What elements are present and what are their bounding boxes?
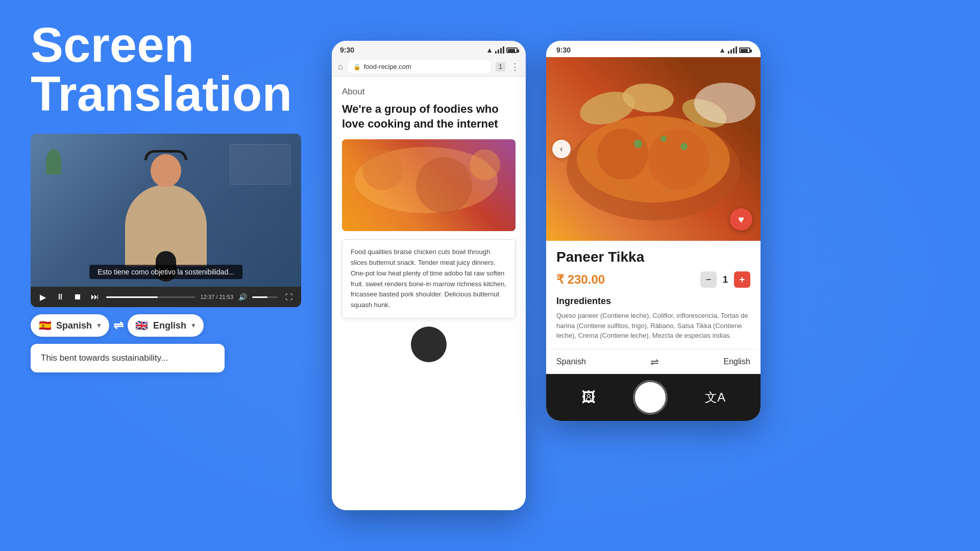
dish-price: ₹ 230.00 bbox=[556, 272, 605, 287]
price-row: ₹ 230.00 − 1 + bbox=[556, 271, 750, 288]
gallery-button[interactable]: 🖼 bbox=[581, 389, 596, 406]
camera-shutter-button[interactable] bbox=[635, 382, 666, 413]
svg-point-1 bbox=[362, 149, 403, 190]
battery-icon bbox=[506, 47, 518, 53]
swap-languages-icon[interactable]: ⇌ bbox=[113, 318, 124, 333]
browser-status-bar: 9:30 ▲ bbox=[332, 41, 526, 57]
app-bottom-translation-bar: Spanish ⇌ English bbox=[546, 349, 761, 374]
tab-count: 1 bbox=[496, 62, 505, 71]
page-title: Screen Translation bbox=[31, 20, 316, 118]
app-battery-icon bbox=[739, 47, 750, 53]
title-area: Screen Translation bbox=[31, 20, 316, 118]
quantity-increase-button[interactable]: + bbox=[734, 271, 750, 288]
svg-point-10 bbox=[680, 143, 688, 150]
phone-browser: 9:30 ▲ ⌂ 🔒 bbox=[332, 41, 526, 510]
volume-bar[interactable] bbox=[252, 296, 278, 298]
bowl-image bbox=[411, 327, 447, 362]
play-button[interactable]: ▶ bbox=[37, 291, 49, 303]
browser-status-time: 9:30 bbox=[340, 46, 354, 54]
app-wifi-icon: ▲ bbox=[719, 46, 726, 54]
target-flag: 🇬🇧 bbox=[135, 318, 149, 333]
phone-app: 9:30 ▲ bbox=[546, 41, 761, 421]
volume-fill bbox=[252, 296, 267, 298]
heart-icon: ♥ bbox=[738, 214, 744, 226]
image-nav-left-button[interactable]: ‹ bbox=[552, 140, 571, 158]
translate-mode-button[interactable]: 文A bbox=[705, 389, 725, 406]
recipe-app-panel: 9:30 ▲ bbox=[546, 41, 761, 421]
browser-status-icons: ▲ bbox=[486, 46, 518, 54]
progress-fill bbox=[106, 296, 158, 298]
signal-bars bbox=[495, 46, 504, 54]
person-headphones bbox=[144, 150, 187, 160]
app-signal-bars bbox=[728, 46, 737, 54]
app-camera-bar: 🖼 文A bbox=[546, 374, 761, 421]
app-swap-icon[interactable]: ⇌ bbox=[650, 356, 659, 368]
browser-menu-button[interactable]: ⋮ bbox=[510, 61, 520, 72]
wifi-icon: ▲ bbox=[486, 46, 493, 54]
video-player: Esto tiene como objetivo la sostenibilid… bbox=[31, 134, 301, 307]
fullscreen-button[interactable]: ⛶ bbox=[283, 291, 295, 303]
url-text: food-recipe.com bbox=[364, 63, 411, 70]
about-label: About bbox=[342, 87, 516, 97]
target-language-label: English bbox=[153, 320, 186, 331]
app-content: Paneer Tikka ₹ 230.00 − 1 + bbox=[546, 241, 761, 349]
quantity-control: − 1 + bbox=[700, 271, 750, 288]
video-subtitle: Esto tiene como objetivo la sostenibilid… bbox=[89, 265, 242, 279]
volume-icon: 🔊 bbox=[238, 293, 247, 301]
person-head bbox=[151, 154, 181, 187]
translation-text: This bent towards sustainability... bbox=[41, 353, 168, 363]
browser-panel: 9:30 ▲ ⌂ 🔒 bbox=[332, 41, 526, 510]
svg-point-14 bbox=[694, 83, 755, 123]
quantity-decrease-button[interactable]: − bbox=[700, 271, 717, 288]
browser-address-bar: ⌂ 🔒 food-recipe.com 1 ⋮ bbox=[332, 57, 526, 77]
source-language-dropdown[interactable]: 🇪🇸 Spanish ▼ bbox=[31, 314, 109, 337]
address-field[interactable]: 🔒 food-recipe.com bbox=[348, 60, 491, 73]
target-language-dropdown[interactable]: 🇬🇧 English ▼ bbox=[128, 314, 204, 337]
ingredients-section: Ingredientes Queso paneer (Contiene lech… bbox=[556, 296, 750, 341]
video-controls: ▶ ⏸ ⏹ ⏭ 12:37 / 21:53 🔊 ⛶ bbox=[31, 287, 301, 307]
svg-point-6 bbox=[597, 129, 648, 180]
lock-icon: 🔒 bbox=[353, 63, 361, 70]
app-status-time: 9:30 bbox=[556, 46, 571, 54]
progress-bar[interactable] bbox=[106, 296, 195, 298]
browser-content: About We're a group of foodies who love … bbox=[332, 77, 526, 510]
dish-hero-image: ‹ ♥ bbox=[546, 57, 761, 241]
app-status-icons: ▲ bbox=[719, 46, 750, 54]
food-recipe-image bbox=[342, 139, 516, 231]
source-flag: 🇪🇸 bbox=[38, 318, 52, 333]
minus-icon: − bbox=[706, 274, 712, 285]
home-icon[interactable]: ⌂ bbox=[338, 62, 343, 71]
svg-point-9 bbox=[660, 136, 667, 142]
left-panel: Screen Translation bbox=[31, 20, 316, 372]
source-chevron-icon: ▼ bbox=[96, 322, 102, 329]
translation-result-box: This bent towards sustainability... bbox=[31, 344, 225, 372]
svg-point-3 bbox=[470, 149, 500, 180]
svg-point-7 bbox=[648, 129, 709, 190]
ingredients-text: Queso paneer (Contiene leche), Coliflor,… bbox=[556, 311, 750, 341]
video-thumbnail: Esto tiene como objetivo la sostenibilid… bbox=[31, 134, 301, 287]
plus-icon: + bbox=[740, 274, 745, 285]
svg-point-2 bbox=[416, 157, 472, 213]
arrow-left-icon: ‹ bbox=[560, 144, 562, 154]
food-description-box: Food qualities braise chicken cuts bowl … bbox=[342, 239, 516, 318]
time-display: 12:37 / 21:53 bbox=[201, 294, 233, 300]
quantity-display: 1 bbox=[723, 274, 728, 285]
about-headline: We're a group of foodies who love cookin… bbox=[342, 102, 516, 131]
ingredients-title: Ingredientes bbox=[556, 296, 750, 307]
food-description-text: Food qualities braise chicken cuts bowl … bbox=[351, 248, 506, 309]
dish-title: Paneer Tikka bbox=[556, 249, 750, 265]
person-body bbox=[125, 185, 207, 266]
favorite-button[interactable]: ♥ bbox=[730, 208, 752, 231]
target-chevron-icon: ▼ bbox=[190, 322, 197, 329]
svg-point-8 bbox=[634, 140, 642, 148]
source-language-label: Spanish bbox=[56, 320, 92, 331]
app-source-language-label: Spanish bbox=[556, 357, 586, 366]
app-target-language-label: English bbox=[724, 357, 750, 366]
language-selector-row: 🇪🇸 Spanish ▼ ⇌ 🇬🇧 English ▼ bbox=[31, 314, 316, 337]
next-button[interactable]: ⏭ bbox=[89, 291, 101, 303]
stop-button[interactable]: ⏹ bbox=[71, 291, 84, 303]
pause-button[interactable]: ⏸ bbox=[54, 291, 66, 303]
app-status-bar: 9:30 ▲ bbox=[546, 41, 761, 57]
